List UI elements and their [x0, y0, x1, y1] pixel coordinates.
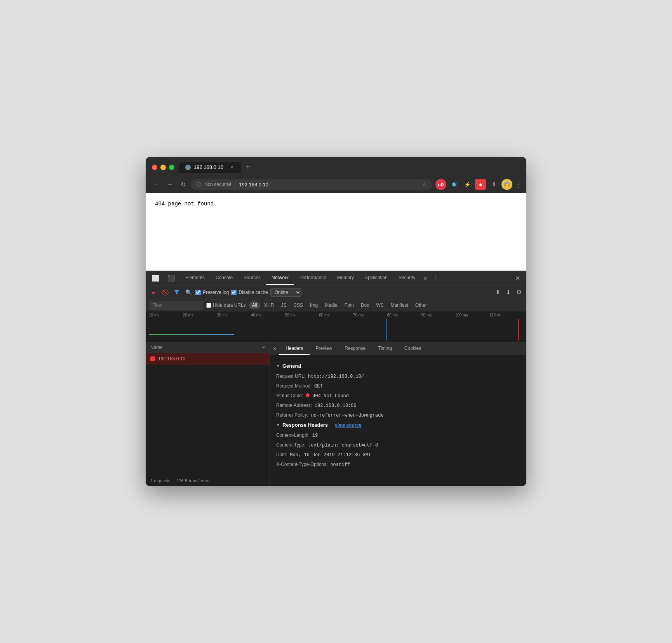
tick-40ms: 40 ms: [251, 313, 285, 317]
forward-button[interactable]: →: [164, 179, 175, 189]
view-source-link[interactable]: view source: [335, 422, 362, 428]
filter-js-button[interactable]: JS: [278, 301, 289, 309]
request-method-key: Request Method:: [276, 383, 313, 389]
tick-50ms: 50 ms: [285, 313, 319, 317]
throttle-select[interactable]: Online Slow 3G Fast 3G Offline: [270, 288, 301, 297]
tick-10ms: 10 ms: [149, 313, 183, 317]
htab-timing[interactable]: Timing: [372, 342, 398, 355]
tab-title: 192.168.0.10: [194, 164, 223, 170]
preserve-log-label[interactable]: Preserve log: [195, 290, 229, 295]
tab-application[interactable]: Application: [359, 271, 393, 285]
extension-ublock-button[interactable]: uD: [435, 179, 446, 190]
download-har-button[interactable]: ⬇: [504, 287, 512, 297]
devtools-settings-button[interactable]: ⋮: [430, 272, 442, 284]
url-separator: |: [235, 182, 236, 187]
tick-60ms: 60 ms: [319, 313, 353, 317]
extension-avatar-button[interactable]: 🧓: [501, 179, 512, 190]
filter-ws-button[interactable]: WS: [373, 301, 386, 309]
tab-memory[interactable]: Memory: [332, 271, 359, 285]
filter-input[interactable]: [149, 301, 203, 309]
browser-tab-active[interactable]: 🌐 192.168.0.10 ×: [179, 162, 241, 173]
remote-address-row: Remote Address: 192.168.0.10:80: [276, 402, 520, 409]
filter-type-buttons: All XHR JS CSS Img Media Font Doc WS Man…: [249, 301, 430, 309]
filter-manifest-button[interactable]: Manifest: [388, 301, 411, 309]
headers-panel-close[interactable]: ×: [270, 342, 279, 355]
timeline-ruler: 10 ms 20 ms 30 ms 40 ms 50 ms 60 ms 70 m…: [146, 313, 526, 317]
filter-media-button[interactable]: Media: [322, 301, 341, 309]
search-button[interactable]: 🔍: [184, 288, 193, 297]
window-maximize-button[interactable]: [169, 165, 174, 170]
hide-data-urls-text: Hide data URLs: [213, 302, 246, 308]
request-list-close[interactable]: ×: [262, 345, 265, 350]
timeline-marker-blue: [386, 319, 387, 341]
content-length-key: Content-Length:: [276, 433, 311, 438]
upload-har-button[interactable]: ⬆: [494, 287, 502, 297]
htab-headers[interactable]: Headers: [279, 342, 309, 355]
extension-info-button[interactable]: ℹ: [488, 179, 499, 190]
devtools-tab-bar: ⬜ ⬛ Elements Console Sources Network Per…: [146, 271, 526, 285]
response-headers-section-title: Response Headers: [282, 422, 328, 428]
window-close-button[interactable]: [152, 165, 157, 170]
url-bar[interactable]: ⓘ Non sécurisé | 192.168.0.10 ☆: [191, 179, 432, 190]
general-section-header[interactable]: ▼ General: [276, 363, 520, 369]
record-button[interactable]: ●: [149, 288, 158, 297]
extension-redux-button[interactable]: ⚡: [462, 179, 473, 190]
disable-cache-checkbox[interactable]: [231, 290, 237, 295]
filter-doc-button[interactable]: Doc: [358, 301, 372, 309]
htab-response[interactable]: Response: [338, 342, 372, 355]
reload-button[interactable]: ↻: [178, 179, 188, 190]
referrer-policy-row: Referrer Policy: no-referrer-when-downgr…: [276, 412, 520, 419]
tab-performance[interactable]: Performance: [294, 271, 332, 285]
request-item[interactable]: 192.168.0.10: [146, 353, 270, 365]
preserve-log-checkbox[interactable]: [195, 290, 201, 295]
response-headers-arrow-icon: ▼: [276, 423, 280, 427]
request-list-footer: 1 requests 176 B transferred: [146, 475, 270, 486]
timeline-area[interactable]: 10 ms 20 ms 30 ms 40 ms 50 ms 60 ms 70 m…: [146, 311, 526, 342]
tab-security[interactable]: Security: [393, 271, 421, 285]
filter-css-button[interactable]: CSS: [290, 301, 306, 309]
tab-console[interactable]: Console: [210, 271, 238, 285]
security-text: Non sécurisé: [204, 182, 232, 187]
window-minimize-button[interactable]: [160, 165, 166, 170]
tab-sources[interactable]: Sources: [238, 271, 266, 285]
hide-data-urls-checkbox[interactable]: [206, 303, 211, 308]
star-icon[interactable]: ☆: [422, 181, 427, 188]
new-tab-button[interactable]: +: [243, 162, 253, 173]
xcto-key: X-Content-Type-Options:: [276, 462, 329, 467]
tick-100ms: 100 ms: [455, 313, 489, 317]
devtools-inspector-icon[interactable]: ⬜: [149, 272, 163, 284]
referrer-policy-value: no-referrer-when-downgrade: [311, 413, 383, 418]
devtools-panel-icons: ⬜ ⬛: [149, 272, 178, 284]
status-code-row: Status Code: 404 Not Found: [276, 392, 520, 400]
response-headers-section-header[interactable]: ▼ Response Headers view source: [276, 422, 520, 428]
browser-menu-button[interactable]: ⋮: [515, 180, 522, 189]
block-button[interactable]: 🚫: [160, 288, 170, 297]
status-dot-icon: [306, 393, 310, 397]
devtools-more-tabs-button[interactable]: »: [421, 272, 430, 284]
extension-octagon-button[interactable]: ◆: [475, 179, 486, 190]
filter-icon[interactable]: [172, 288, 181, 297]
filter-xhr-button[interactable]: XHR: [261, 301, 277, 309]
request-url-row: Request URL: http://192.168.0.10/: [276, 373, 520, 380]
filter-other-button[interactable]: Other: [412, 301, 430, 309]
remote-address-value: 192.168.0.10:80: [315, 403, 357, 408]
back-button[interactable]: ←: [150, 179, 161, 189]
filter-img-button[interactable]: Img: [307, 301, 321, 309]
tab-close-button[interactable]: ×: [229, 164, 235, 170]
tabs-row: 🌐 192.168.0.10 × +: [179, 162, 253, 173]
general-section-title: General: [282, 363, 301, 369]
htab-preview[interactable]: Preview: [310, 342, 339, 355]
network-settings-button[interactable]: ⚙: [515, 287, 523, 297]
tick-30ms: 30 ms: [217, 313, 251, 317]
extension-react-button[interactable]: ⚛: [449, 179, 460, 190]
devtools-device-icon[interactable]: ⬛: [164, 272, 178, 284]
disable-cache-label[interactable]: Disable cache: [231, 290, 268, 295]
htab-cookies[interactable]: Cookies: [398, 342, 427, 355]
filter-all-button[interactable]: All: [249, 301, 260, 309]
tab-elements[interactable]: Elements: [180, 271, 210, 285]
tab-network[interactable]: Network: [266, 271, 294, 285]
svg-marker-0: [174, 290, 179, 295]
devtools-close-button[interactable]: ✕: [512, 271, 523, 285]
hide-data-urls-label[interactable]: Hide data URLs: [206, 302, 246, 308]
filter-font-button[interactable]: Font: [341, 301, 357, 309]
